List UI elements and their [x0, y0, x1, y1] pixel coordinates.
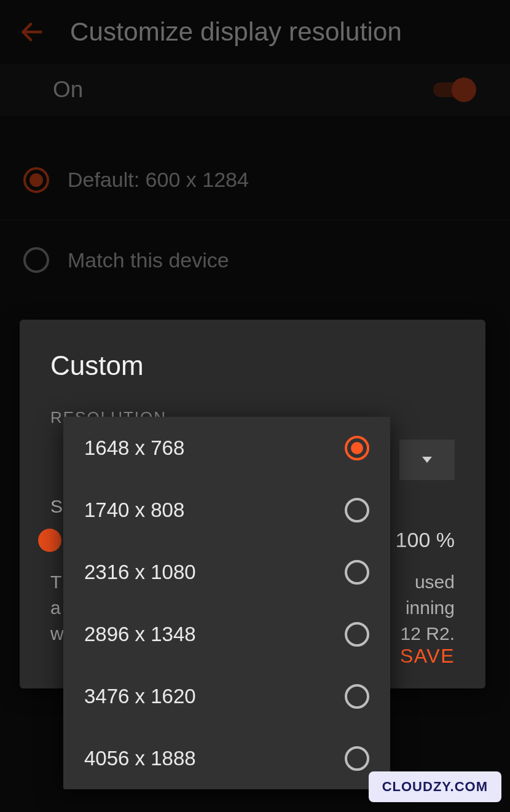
help-fragment: a	[50, 595, 61, 621]
save-button[interactable]: SAVE	[400, 645, 455, 668]
watermark-badge: CLOUDZY.COM	[369, 771, 501, 802]
resolution-option[interactable]: 2896 x 1348	[63, 603, 390, 665]
resolution-option-label: 1648 x 768	[84, 436, 184, 460]
help-fragment: T	[50, 569, 61, 595]
help-fragment: used	[415, 569, 455, 595]
resolution-picker-menu: 1648 x 768 1740 x 808 2316 x 1080 2896 x…	[63, 417, 390, 789]
resolution-option[interactable]: 1740 x 808	[63, 479, 390, 541]
chevron-down-icon	[420, 455, 434, 464]
resolution-option[interactable]: 3476 x 1620	[63, 665, 390, 727]
resolution-option[interactable]: 4056 x 1888	[63, 727, 390, 789]
help-fragment: 12 R2.	[401, 621, 455, 647]
slider-thumb-icon[interactable]	[38, 529, 61, 552]
resolution-option-label: 2896 x 1348	[84, 623, 196, 646]
radio-icon	[345, 560, 369, 585]
radio-icon	[345, 622, 369, 647]
resolution-option[interactable]: 2316 x 1080	[63, 541, 390, 603]
radio-icon	[345, 684, 369, 709]
help-fragment: w	[50, 621, 64, 647]
resolution-option-label: 2316 x 1080	[84, 561, 196, 584]
resolution-option-label: 4056 x 1888	[84, 747, 196, 770]
radio-icon	[345, 746, 369, 771]
resolution-dropdown-button[interactable]	[399, 440, 455, 480]
radio-icon	[345, 498, 369, 522]
dialog-title: Custom	[50, 350, 455, 381]
svg-marker-1	[422, 457, 432, 463]
resolution-option-label: 3476 x 1620	[84, 685, 196, 708]
help-fragment: inning	[406, 595, 455, 621]
scaling-value: 100 %	[396, 528, 455, 552]
resolution-option[interactable]: 1648 x 768	[63, 417, 390, 479]
resolution-option-label: 1740 x 808	[84, 499, 184, 522]
radio-icon	[345, 436, 369, 460]
